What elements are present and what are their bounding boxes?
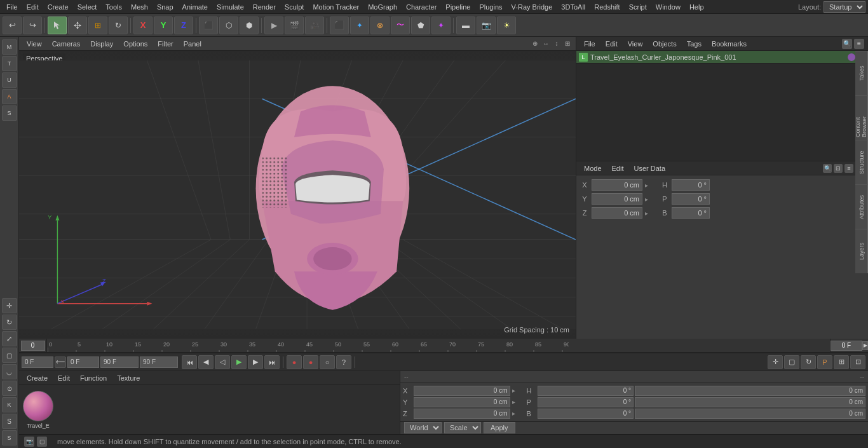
sidebar-sculpt-btn[interactable]: S bbox=[2, 105, 17, 121]
menu-create[interactable]: Create bbox=[44, 2, 72, 12]
nurbs-button[interactable]: ✦ bbox=[350, 17, 369, 34]
side-tab-layers[interactable]: Layers bbox=[855, 229, 868, 273]
viewport-menu-cameras[interactable]: Cameras bbox=[48, 39, 85, 49]
play-reverse-btn[interactable]: ◁ bbox=[215, 355, 230, 369]
viewport-menu-display[interactable]: Display bbox=[86, 39, 117, 49]
y-axis-button[interactable]: Y bbox=[154, 17, 173, 34]
coord-input-x-h[interactable] bbox=[672, 179, 710, 191]
playback-prev-btn[interactable]: ⟵ bbox=[55, 356, 66, 368]
cf-input-sy[interactable] bbox=[635, 397, 865, 407]
menu-edit[interactable]: Edit bbox=[23, 2, 43, 12]
cf-input-x[interactable] bbox=[414, 386, 510, 396]
sidebar-move-btn[interactable]: ✛ bbox=[2, 298, 17, 313]
layout-select[interactable]: Startup bbox=[824, 1, 865, 13]
sidebar-texture-btn[interactable]: T bbox=[2, 56, 17, 71]
current-frame-input[interactable] bbox=[21, 341, 45, 351]
cf-input-z[interactable] bbox=[414, 409, 510, 419]
side-tab-takes[interactable]: Takes bbox=[855, 51, 868, 95]
viewport-corner-icon-2[interactable]: ↔ bbox=[541, 39, 550, 48]
render-settings-button[interactable]: 🎬 bbox=[285, 17, 304, 34]
attr-menu-edit[interactable]: Edit bbox=[608, 163, 628, 173]
prev-frame-btn[interactable]: ◀ bbox=[198, 355, 214, 369]
cf-input-y[interactable] bbox=[414, 397, 510, 407]
rp-menu-view[interactable]: View bbox=[624, 39, 647, 49]
mat-menu-function[interactable]: Function bbox=[76, 373, 111, 383]
tl-grid-btn[interactable]: ⊞ bbox=[834, 355, 849, 369]
apply-button[interactable]: Apply bbox=[484, 422, 515, 433]
tl-move-btn[interactable]: ✛ bbox=[768, 355, 783, 369]
rp-menu-bookmarks[interactable]: Bookmarks bbox=[708, 39, 750, 49]
sidebar-rotate-btn[interactable]: ↻ bbox=[2, 315, 17, 330]
attr-icon-3[interactable]: ≡ bbox=[844, 164, 853, 173]
rp-menu-objects[interactable]: Objects bbox=[649, 39, 680, 49]
cube-button[interactable]: ⬛ bbox=[330, 17, 349, 34]
end-frame-input[interactable] bbox=[140, 356, 178, 368]
cf-input-sz[interactable] bbox=[635, 409, 865, 419]
sidebar-uvw-btn[interactable]: U bbox=[2, 72, 17, 88]
viewport-corner-icon-3[interactable]: ↕ bbox=[552, 39, 561, 48]
edge-mode-button[interactable]: ⬡ bbox=[219, 17, 238, 34]
x-axis-button[interactable]: X bbox=[133, 17, 153, 34]
menu-motion-tracker[interactable]: Motion Tracker bbox=[309, 2, 363, 12]
menu-simulate[interactable]: Simulate bbox=[213, 2, 248, 12]
cf-input-p[interactable] bbox=[538, 397, 634, 407]
sidebar-axis-btn[interactable]: A bbox=[2, 89, 17, 104]
preview-start-input[interactable] bbox=[22, 356, 53, 368]
coord-input-y-p[interactable] bbox=[672, 193, 710, 205]
rp-menu-edit[interactable]: Edit bbox=[602, 39, 621, 49]
menu-script[interactable]: Script bbox=[625, 2, 651, 12]
scale-tool-button[interactable]: ⊞ bbox=[88, 17, 107, 34]
mograph-button[interactable]: ✦ bbox=[431, 17, 451, 34]
mat-menu-edit[interactable]: Edit bbox=[54, 373, 74, 383]
key-btn[interactable]: ○ bbox=[320, 355, 335, 369]
viewport-menu-view[interactable]: View bbox=[23, 39, 46, 49]
viewport-corner-icon-1[interactable]: ⊕ bbox=[531, 39, 539, 48]
sidebar-scale-btn2[interactable]: ⤢ bbox=[2, 331, 17, 346]
object-row-1[interactable]: L Travel_Eyelash_Curler_Japonesque_Pink_… bbox=[576, 51, 868, 64]
sidebar-s2-btn[interactable]: S bbox=[2, 430, 17, 445]
preview-end-input[interactable] bbox=[100, 356, 139, 368]
menu-redshift[interactable]: Redshift bbox=[590, 2, 623, 12]
scale-select[interactable]: Scale bbox=[444, 422, 481, 433]
menu-render[interactable]: Render bbox=[249, 2, 280, 12]
menu-window[interactable]: Window bbox=[652, 2, 684, 12]
menu-3dtoall[interactable]: 3DToAll bbox=[557, 2, 589, 12]
goto-end-btn[interactable]: ⏭ bbox=[264, 355, 280, 369]
sidebar-knife-btn[interactable]: K bbox=[2, 397, 17, 412]
frame-arrow-icon[interactable]: ▶ bbox=[862, 341, 868, 350]
deformer-button[interactable]: ⊗ bbox=[370, 17, 390, 34]
z-axis-button[interactable]: Z bbox=[174, 17, 193, 34]
rp-menu-file[interactable]: File bbox=[580, 39, 599, 49]
coord-input-z-b[interactable] bbox=[672, 207, 710, 219]
attr-icon-1[interactable]: 🔍 bbox=[823, 164, 832, 173]
menu-pipeline[interactable]: Pipeline bbox=[442, 2, 474, 12]
coord-input-z-pos[interactable] bbox=[592, 207, 642, 219]
coord-input-y-pos[interactable] bbox=[592, 193, 642, 205]
attr-menu-userdata[interactable]: User Data bbox=[630, 163, 670, 173]
side-tab-content-browser[interactable]: Content Browser bbox=[855, 95, 868, 140]
render-to-picture-button[interactable]: 🎥 bbox=[305, 17, 324, 34]
menu-sculpt[interactable]: Sculpt bbox=[281, 2, 308, 12]
status-icon-camera[interactable]: 📷 bbox=[24, 437, 34, 447]
render-view-button[interactable]: ▶ bbox=[264, 17, 283, 34]
attr-menu-mode[interactable]: Mode bbox=[580, 163, 606, 173]
goto-start-btn[interactable]: ⏮ bbox=[182, 355, 197, 369]
frame-right-input[interactable] bbox=[831, 341, 862, 351]
rotate-tool-button[interactable]: ↻ bbox=[109, 17, 128, 34]
select-tool-button[interactable] bbox=[48, 17, 67, 34]
viewport-canvas[interactable]: Perspective bbox=[19, 51, 576, 339]
menu-animate[interactable]: Animate bbox=[179, 2, 212, 12]
undo-button[interactable]: ↩ bbox=[3, 17, 22, 34]
sidebar-model-btn[interactable]: M bbox=[2, 39, 17, 55]
cf-input-h[interactable] bbox=[538, 386, 634, 396]
coord-input-x-pos[interactable] bbox=[592, 179, 642, 191]
cf-input-sx[interactable] bbox=[635, 386, 865, 396]
viewport-menu-options[interactable]: Options bbox=[119, 39, 151, 49]
mat-item-1[interactable]: Travel_E bbox=[23, 391, 53, 429]
tl-last-btn[interactable]: ⊡ bbox=[850, 355, 865, 369]
rp-search-icon[interactable]: 🔍 bbox=[842, 39, 852, 49]
viewport-menu-filter[interactable]: Filter bbox=[154, 39, 177, 49]
motion-path-btn[interactable]: ? bbox=[336, 355, 351, 369]
polygon-mode-button[interactable]: ⬢ bbox=[240, 17, 259, 34]
tl-rotate-btn[interactable]: ↻ bbox=[801, 355, 816, 369]
